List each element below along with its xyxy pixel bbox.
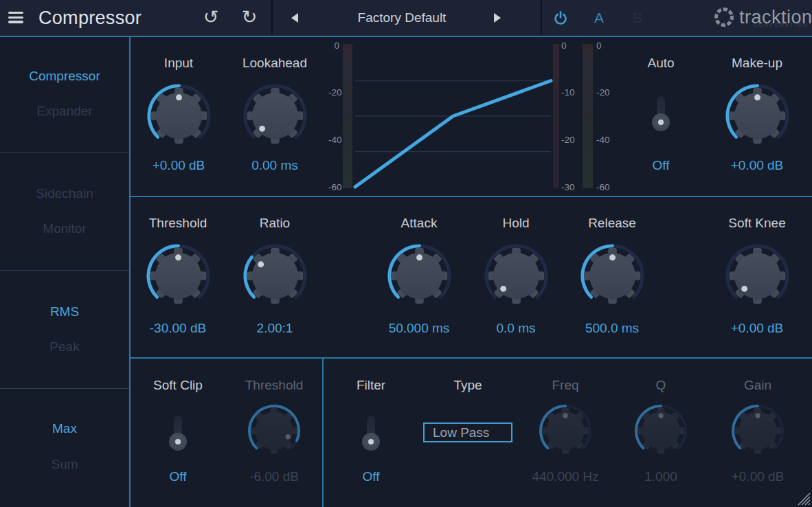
menu-icon[interactable] bbox=[8, 12, 23, 23]
threshold-knob[interactable] bbox=[145, 243, 212, 309]
freq-label: Freq bbox=[514, 377, 617, 394]
titlebar-divider bbox=[541, 0, 542, 36]
filter-gain-knob[interactable] bbox=[730, 403, 785, 458]
auto-label: Auto bbox=[609, 55, 712, 71]
makeup-value[interactable]: +0.00 dB bbox=[706, 157, 809, 174]
softclip-threshold-knob[interactable] bbox=[247, 403, 302, 458]
preset-name[interactable]: Factory Default bbox=[323, 0, 481, 36]
sidebar-item-compressor[interactable]: Compressor bbox=[0, 66, 129, 87]
filter-value[interactable]: Off bbox=[319, 469, 422, 485]
ratio-value[interactable]: 2.00:1 bbox=[223, 320, 326, 337]
input-knob[interactable] bbox=[146, 82, 212, 149]
output-scale-tick: -40 bbox=[596, 135, 610, 145]
sidebar-item-expander[interactable]: Expander bbox=[0, 101, 129, 122]
softknee-value[interactable]: +0.00 dB bbox=[706, 320, 809, 337]
input-scale-tick: -40 bbox=[328, 135, 339, 145]
attack-label: Attack bbox=[368, 215, 471, 232]
tracktion-logo-icon bbox=[713, 6, 735, 28]
threshold-control: Threshold -30.00 dB bbox=[126, 215, 229, 337]
toggle-knob bbox=[652, 113, 670, 131]
filter-label: Filter bbox=[319, 377, 422, 394]
input-scale-tick: -60 bbox=[328, 182, 339, 192]
attack-value[interactable]: 50.000 ms bbox=[368, 320, 471, 337]
filter-gain-label: Gain bbox=[706, 377, 809, 394]
threshold-label: Threshold bbox=[126, 215, 229, 232]
sidebar-item-sum[interactable]: Sum bbox=[0, 454, 129, 475]
sidebar-item-rms[interactable]: RMS bbox=[0, 302, 129, 322]
sidebar-item-monitor[interactable]: Monitor bbox=[0, 218, 129, 239]
lookahead-control: Lookahead 0.00 ms bbox=[223, 55, 326, 174]
threshold-value[interactable]: -30.00 dB bbox=[126, 320, 229, 337]
filter-type-dropdown[interactable]: Low Pass bbox=[423, 422, 512, 442]
sidebar-divider bbox=[0, 270, 129, 271]
output-scale-tick: -20 bbox=[596, 87, 610, 98]
input-value[interactable]: +0.00 dB bbox=[127, 157, 230, 174]
output-level-meter bbox=[583, 44, 593, 188]
section-divider bbox=[131, 196, 812, 197]
toggle-knob bbox=[362, 433, 380, 451]
preset-a-button[interactable]: A bbox=[590, 0, 608, 36]
softknee-label: Soft Knee bbox=[706, 215, 809, 232]
undo-icon[interactable]: ↺ bbox=[197, 0, 225, 34]
softclip-threshold-value: -6.00 dB bbox=[223, 469, 326, 485]
q-value: 1.000 bbox=[609, 469, 712, 485]
toggle-knob bbox=[169, 433, 187, 451]
input-control: Input +0.00 dB bbox=[127, 55, 230, 174]
softclip-threshold-label: Threshold bbox=[223, 377, 326, 394]
q-knob[interactable] bbox=[633, 403, 688, 458]
power-icon[interactable] bbox=[552, 10, 569, 26]
toggle-dot bbox=[368, 439, 374, 444]
softclip-control: Soft Clip Off bbox=[126, 377, 229, 485]
auto-makeup-control: Auto Off bbox=[609, 55, 712, 174]
redo-icon[interactable]: ↻ bbox=[236, 0, 263, 34]
release-knob[interactable] bbox=[579, 243, 646, 309]
brand-name: tracktion bbox=[739, 0, 812, 34]
release-label: Release bbox=[561, 215, 664, 232]
hold-knob[interactable] bbox=[483, 243, 550, 309]
input-level-meter bbox=[343, 44, 352, 188]
q-label: Q bbox=[609, 377, 712, 394]
hold-value[interactable]: 0.0 ms bbox=[464, 320, 567, 337]
input-scale-tick: -20 bbox=[328, 87, 339, 98]
attack-knob[interactable] bbox=[386, 243, 453, 309]
auto-toggle[interactable] bbox=[649, 96, 673, 132]
section-divider bbox=[131, 357, 812, 359]
sidebar-item-peak[interactable]: Peak bbox=[0, 337, 129, 357]
lookahead-value[interactable]: 0.00 ms bbox=[223, 157, 326, 174]
resize-handle-icon[interactable] bbox=[796, 491, 811, 506]
softknee-knob[interactable] bbox=[724, 243, 791, 309]
plugin-window: Compressor ↺ ↻ Factory Default A B track… bbox=[0, 0, 812, 507]
auto-value[interactable]: Off bbox=[609, 157, 712, 174]
compression-curve bbox=[355, 45, 551, 187]
softclip-toggle[interactable] bbox=[166, 416, 190, 451]
gr-scale-tick: 0 bbox=[561, 41, 567, 51]
filter-type-control: Type Low Pass bbox=[416, 377, 519, 442]
hold-control: Hold 0.0 ms bbox=[464, 215, 567, 337]
titlebar-divider bbox=[271, 0, 273, 36]
makeup-knob[interactable] bbox=[724, 82, 791, 149]
lookahead-knob[interactable] bbox=[242, 82, 308, 149]
softclip-value[interactable]: Off bbox=[126, 469, 229, 485]
sidebar-divider bbox=[0, 153, 129, 153]
attack-control: Attack 50.000 ms bbox=[368, 215, 471, 337]
toggle-dot bbox=[658, 120, 664, 125]
title-bar: Compressor ↺ ↻ Factory Default A B track… bbox=[0, 0, 812, 36]
output-scale-tick: 0 bbox=[596, 41, 602, 51]
release-value[interactable]: 500.0 ms bbox=[561, 320, 664, 337]
sidebar-item-sidechain[interactable]: Sidechain bbox=[0, 183, 129, 204]
ratio-knob[interactable] bbox=[242, 243, 308, 309]
output-scale-tick: -60 bbox=[596, 182, 610, 192]
freq-knob[interactable] bbox=[538, 403, 593, 458]
preset-b-button[interactable]: B bbox=[629, 0, 646, 36]
previous-preset-icon[interactable] bbox=[291, 13, 298, 23]
next-preset-icon[interactable] bbox=[494, 13, 501, 23]
input-label: Input bbox=[127, 55, 230, 71]
softclip-label: Soft Clip bbox=[126, 377, 229, 394]
filter-toggle[interactable] bbox=[359, 416, 383, 451]
sidebar: Compressor Expander Sidechain Monitor RM… bbox=[0, 37, 129, 507]
makeup-control: Make-up +0.00 dB bbox=[706, 55, 809, 174]
sidebar-item-max[interactable]: Max bbox=[0, 418, 129, 439]
filter-gain-value: +0.00 dB bbox=[706, 469, 809, 485]
lookahead-label: Lookahead bbox=[223, 55, 326, 71]
ratio-control: Ratio 2.00:1 bbox=[223, 215, 326, 337]
